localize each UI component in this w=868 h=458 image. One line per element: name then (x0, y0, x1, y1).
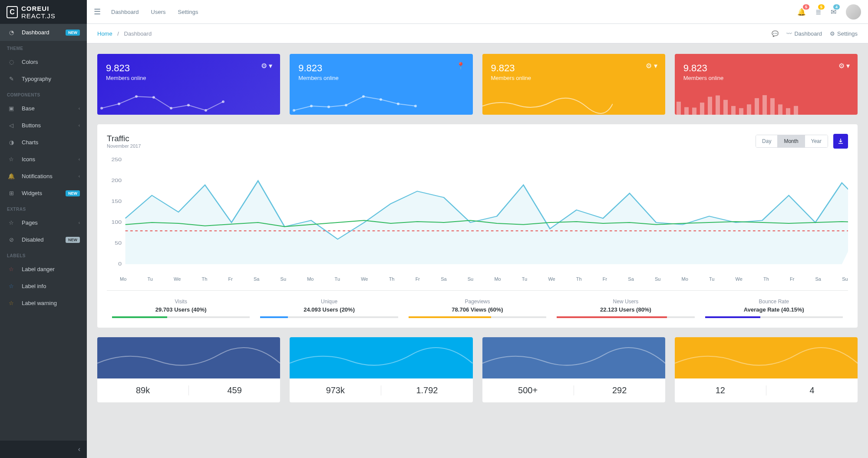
svg-text:100: 100 (111, 220, 122, 225)
svg-point-14 (397, 103, 399, 105)
sidebar-item-colors[interactable]: ◌Colors (0, 53, 87, 70)
menu-toggle-icon[interactable]: ☰ (94, 7, 101, 17)
pencil-icon: ✎ (7, 76, 16, 82)
breadcrumb: Home / Dashboard (97, 30, 152, 37)
chevron-left-icon: ‹ (79, 220, 80, 225)
nav-icon: ▣ (7, 105, 16, 112)
bell-icon[interactable]: 🔔5 (797, 8, 806, 16)
header-nav: Dashboard Users Settings (111, 9, 198, 15)
brand-logo[interactable]: C COREUI REACT.JS (0, 0, 87, 24)
svg-rect-30 (786, 108, 790, 115)
svg-point-1 (118, 103, 120, 105)
svg-point-3 (152, 96, 155, 99)
svg-rect-25 (747, 104, 751, 115)
pin-icon[interactable]: 📍 (456, 62, 465, 70)
svg-point-6 (205, 109, 207, 112)
sidebar-item-label-danger[interactable]: ☆ Label danger (0, 261, 87, 278)
traffic-chart: 050100150200250 (107, 156, 848, 273)
sidebar-item-base[interactable]: ▣ Base ‹ (0, 100, 87, 117)
svg-text:150: 150 (111, 199, 122, 204)
subheader-dashboard[interactable]: 〰 Dashboard (786, 30, 822, 37)
nav-section-components: COMPONENTS (0, 87, 87, 100)
nav-section-labels: LABELS (0, 248, 87, 261)
logo-icon: C (7, 6, 18, 18)
nav-icon: 🔔 (7, 173, 16, 179)
social-card-fb: f 89k 459 (97, 337, 280, 402)
stat-label: Members online (106, 75, 271, 81)
sidebar-item-pages[interactable]: ☆ Pages ‹ (0, 214, 87, 231)
nav-icon: ⊞ (7, 190, 16, 196)
chevron-left-icon: ‹ (79, 157, 80, 162)
svg-rect-29 (778, 104, 782, 115)
stat-value: 9.823 (491, 63, 657, 74)
sidebar-item-disabled[interactable]: ⊘ Disabled NEW (0, 231, 87, 248)
header-link-settings[interactable]: Settings (178, 9, 198, 15)
sidebar-item-buttons[interactable]: ◁ Buttons ‹ (0, 117, 87, 134)
sidebar-item-charts[interactable]: ◑ Charts (0, 134, 87, 151)
svg-text:0: 0 (118, 262, 122, 266)
range-button-group: DayMonthYear (756, 135, 828, 148)
social-stat-b: 4 (766, 385, 858, 395)
svg-point-15 (414, 105, 417, 107)
gear-icon[interactable]: ⚙ ▾ (646, 62, 657, 70)
sidebar-item-label-info[interactable]: ☆ Label info (0, 278, 87, 295)
tag-icon: ☆ (7, 300, 16, 306)
nav-section-theme: THEME (0, 41, 87, 53)
svg-rect-19 (700, 103, 704, 115)
svg-point-12 (362, 95, 365, 98)
social-stat-b: 459 (189, 385, 280, 395)
tag-icon: ☆ (7, 266, 16, 272)
svg-text:50: 50 (115, 241, 122, 246)
nav-icon: ◑ (7, 139, 16, 146)
speedometer-icon: ◔ (7, 29, 16, 36)
stat-card: 9.823 Members online ⚙ ▾ (675, 54, 858, 115)
svg-rect-22 (723, 100, 728, 115)
sidebar-item-label: Dashboard (22, 29, 50, 36)
traffic-stat: Pageviews 78.706 Views (60%) (403, 299, 551, 318)
subheader-settings[interactable]: ⚙ Settings (830, 30, 858, 37)
mail-icon[interactable]: ✉4 (831, 8, 836, 16)
header-link-dashboard[interactable]: Dashboard (111, 9, 139, 15)
svg-rect-28 (770, 98, 775, 115)
sidebar-item-notifications[interactable]: 🔔 Notifications ‹ (0, 168, 87, 185)
new-badge: NEW (66, 30, 80, 36)
nav-icon: ☆ (7, 156, 16, 163)
svg-rect-24 (739, 108, 743, 115)
range-year-button[interactable]: Year (805, 135, 828, 147)
sidebar-item-typography[interactable]: ✎Typography (0, 70, 87, 87)
new-badge: NEW (66, 237, 80, 243)
sidebar-item-dashboard[interactable]: ◔ Dashboard NEW (0, 24, 87, 41)
gear-icon[interactable]: ⚙ ▾ (261, 62, 272, 70)
stat-label: Members online (298, 75, 464, 81)
social-stat-b: 1.792 (381, 385, 472, 395)
breadcrumb-home[interactable]: Home (97, 30, 112, 37)
range-day-button[interactable]: Day (756, 135, 778, 147)
traffic-card: Traffic November 2017 DayMonthYear 05010… (97, 124, 858, 328)
sidebar-item-icons[interactable]: ☆ Icons ‹ (0, 151, 87, 168)
traffic-stat: Visits 29.703 Users (40%) (107, 299, 255, 318)
header-link-users[interactable]: Users (151, 9, 166, 15)
nav-icon: ☆ (7, 219, 16, 226)
svg-point-11 (345, 104, 347, 106)
social-card-cal: 12 4 (675, 337, 858, 402)
svg-text:250: 250 (111, 157, 122, 162)
sidebar-item-label-warning[interactable]: ☆ Label warning (0, 295, 87, 312)
subheader: Home / Dashboard 💬 〰 Dashboard ⚙ Setting… (87, 24, 868, 43)
nav-icon: ◁ (7, 122, 16, 129)
stat-value: 9.823 (298, 63, 464, 74)
social-stat-a: 500+ (482, 385, 574, 395)
svg-point-5 (187, 104, 190, 106)
subheader-speech-icon[interactable]: 💬 (772, 30, 779, 37)
gear-icon[interactable]: ⚙ ▾ (838, 62, 850, 70)
social-stat-b: 292 (574, 385, 665, 395)
chevron-left-icon: ‹ (79, 174, 80, 179)
list-icon[interactable]: ≣5 (815, 8, 821, 16)
range-month-button[interactable]: Month (778, 135, 805, 147)
svg-rect-18 (692, 108, 696, 115)
breadcrumb-current: Dashboard (124, 30, 152, 37)
avatar[interactable] (846, 4, 861, 20)
sidebar-item-widgets[interactable]: ⊞ Widgets NEW (0, 185, 87, 202)
svg-point-4 (170, 107, 172, 110)
download-button[interactable] (833, 134, 848, 149)
sidebar-minimizer[interactable]: ‹ (0, 441, 87, 458)
